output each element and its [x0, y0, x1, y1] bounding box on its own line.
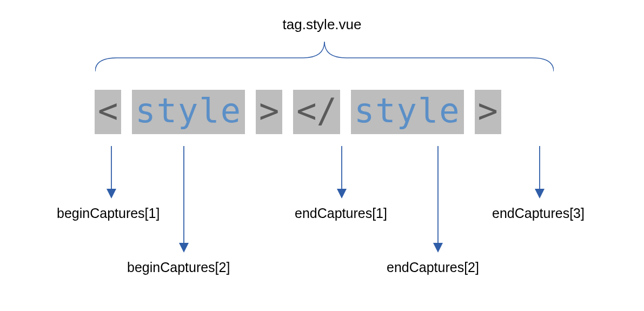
label-end-captures-2: endCaptures[2] — [387, 260, 479, 275]
arrow-ec3 — [534, 146, 545, 200]
label-end-captures-1: endCaptures[1] — [295, 206, 387, 221]
token-end-open-bracket: </ — [293, 90, 340, 134]
token-row: < style > </ style > — [95, 90, 501, 134]
token-style-close: style — [351, 90, 464, 134]
arrow-ec2 — [433, 146, 443, 254]
top-label: tag.style.vue — [283, 16, 362, 33]
token-open-bracket: < — [95, 90, 121, 134]
token-style-open: style — [132, 90, 245, 134]
arrow-bc2 — [178, 146, 189, 254]
arrow-bc1 — [106, 146, 117, 200]
curly-brace — [95, 39, 554, 74]
label-begin-captures-1: beginCaptures[1] — [57, 206, 160, 221]
arrow-ec1 — [336, 146, 347, 200]
token-end-close-bracket: > — [475, 90, 501, 134]
label-end-captures-3: endCaptures[3] — [492, 206, 585, 221]
label-begin-captures-2: beginCaptures[2] — [127, 260, 230, 275]
token-close-bracket: > — [256, 90, 282, 134]
